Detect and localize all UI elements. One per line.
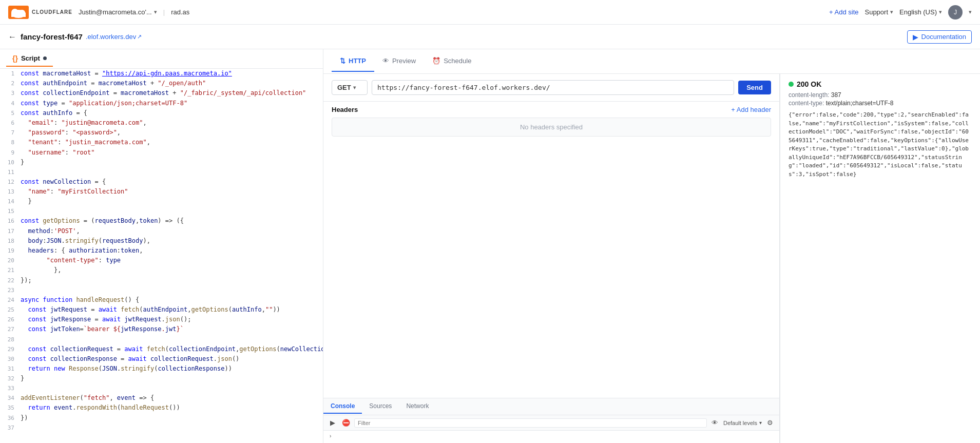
add-site-button[interactable]: + Add site xyxy=(829,8,858,16)
bottom-spacer xyxy=(323,141,779,398)
block-icon: ⛔ xyxy=(342,419,350,427)
main-layout: {} Script 1const macrometaHost = "https:… xyxy=(0,49,980,443)
user-avatar[interactable]: J xyxy=(948,5,963,20)
support-button[interactable]: Support ▾ xyxy=(864,8,893,16)
script-tab-label: Script xyxy=(21,54,40,62)
preview-icon: 👁 xyxy=(382,57,389,65)
code-line: 22}); xyxy=(0,276,323,285)
language-switcher[interactable]: English (US) ▾ xyxy=(899,8,942,16)
script-tab-dot xyxy=(43,56,47,60)
code-line: 3const collectionEndpoint = macrometaHos… xyxy=(0,88,323,98)
code-line: 14 } xyxy=(0,197,323,206)
headers-section: Headers + Add header No headers specifie… xyxy=(323,102,779,141)
content-type-row: content-type: text/plain;charset=UTF-8 xyxy=(789,100,972,107)
doc-label: Documentation xyxy=(921,33,966,41)
editor-panel: {} Script 1const macrometaHost = "https:… xyxy=(0,49,323,443)
console-toolbar: ▶ ⛔ 👁 Default levels ▾ ⚙ xyxy=(323,415,779,431)
send-button[interactable]: Send xyxy=(738,81,771,94)
content-type-label: content-type: xyxy=(789,100,824,107)
eye-icon: 👁 xyxy=(712,419,718,427)
console-filter-input[interactable] xyxy=(354,418,707,428)
navbar-separator: | xyxy=(163,8,165,16)
no-headers-placeholder: No headers specified xyxy=(332,118,771,137)
eye-button[interactable]: 👁 xyxy=(710,418,720,428)
content-type-value: text/plain;charset=UTF-8 xyxy=(826,100,894,107)
url-input[interactable] xyxy=(372,80,734,95)
http-tabs: ⇅ HTTP 👁 Preview ⏰ Schedule xyxy=(323,49,980,74)
code-line: 24async function handleRequest() { xyxy=(0,295,323,305)
script-tab[interactable]: {} Script xyxy=(6,51,53,67)
code-line: 9 "username": "root" xyxy=(0,148,323,158)
documentation-button[interactable]: ▶ Documentation xyxy=(907,30,972,44)
code-line: 10} xyxy=(0,158,323,167)
settings-button[interactable]: ⚙ xyxy=(765,418,775,428)
code-line: 17 method:'POST', xyxy=(0,226,323,236)
code-line: 29 const collectionRequest = await fetch… xyxy=(0,344,323,354)
status-dot xyxy=(789,82,794,87)
cloudflare-text: CLOUDFLARE xyxy=(32,9,72,15)
code-line: 32} xyxy=(0,374,323,383)
console-tabs: Console Sources Network xyxy=(323,398,779,415)
right-panel: ⇅ HTTP 👁 Preview ⏰ Schedule GET xyxy=(323,49,980,443)
sources-tab[interactable]: Sources xyxy=(362,399,399,414)
code-line: 23 xyxy=(0,285,323,295)
code-line: 28 xyxy=(0,335,323,344)
code-line: 27 const jwtToken=`bearer ${jwtResponse.… xyxy=(0,324,323,334)
code-line: 4const type = "application/json;charset=… xyxy=(0,99,323,108)
code-line: 18 body:JSON.stringify(requestBody), xyxy=(0,236,323,246)
code-line: 13 "name": "myFirstCollection" xyxy=(0,187,323,197)
schedule-tab-label: Schedule xyxy=(444,57,471,65)
console-chevron[interactable]: › xyxy=(328,432,333,440)
account-switcher[interactable]: Justin@macrometa.co'... ▾ xyxy=(79,8,157,16)
request-row: GET ▾ Send xyxy=(332,80,771,95)
code-line: 7 "password": "<password>", xyxy=(0,128,323,138)
svg-rect-4 xyxy=(11,13,26,17)
network-tab[interactable]: Network xyxy=(399,399,436,414)
block-button[interactable]: ⛔ xyxy=(341,418,351,428)
preview-tab[interactable]: 👁 Preview xyxy=(374,51,424,72)
headers-title-row: Headers + Add header xyxy=(332,106,771,113)
schedule-icon: ⏰ xyxy=(432,57,440,65)
method-value: GET xyxy=(337,84,351,91)
support-chevron: ▾ xyxy=(890,9,893,15)
doc-icon: ▶ xyxy=(913,33,918,41)
code-line: 12const newCollection = { xyxy=(0,177,323,187)
response-status: 200 OK xyxy=(789,80,972,88)
avatar-chevron: ▾ xyxy=(969,9,972,15)
zone-name: rad.as xyxy=(171,8,189,16)
code-line: 30 const collectionResponse = await coll… xyxy=(0,354,323,364)
script-tab-icon: {} xyxy=(12,54,18,63)
external-link-icon[interactable]: ↗ xyxy=(137,33,142,40)
secondary-header: ← fancy-forest-f647 .elof.workers.dev ↗ … xyxy=(0,25,980,49)
response-meta: content-length: 387 content-type: text/p… xyxy=(789,91,972,107)
method-select[interactable]: GET ▾ xyxy=(332,80,368,95)
console-tab[interactable]: Console xyxy=(323,399,362,414)
response-panel: 200 OK content-length: 387 content-type:… xyxy=(780,74,980,443)
http-tab[interactable]: ⇅ HTTP xyxy=(332,51,374,72)
response-body: {"error":false,"code":200,"type":2,"sear… xyxy=(789,111,972,179)
default-levels-dropdown[interactable]: Default levels ▾ xyxy=(723,420,762,426)
request-panel: GET ▾ Send Headers + Add header xyxy=(323,74,780,443)
code-line: 6 "email": "justin@macrometa.com", xyxy=(0,118,323,128)
settings-icon: ⚙ xyxy=(767,419,773,427)
add-header-button[interactable]: + Add header xyxy=(731,106,771,113)
code-line: 35 return event.respondWith(handleReques… xyxy=(0,403,323,413)
schedule-tab[interactable]: ⏰ Schedule xyxy=(424,51,479,72)
code-line: 8 "tenant": "justin_macrometa.com", xyxy=(0,138,323,147)
back-button[interactable]: ← xyxy=(8,32,16,42)
levels-chevron: ▾ xyxy=(759,420,762,426)
method-chevron: ▾ xyxy=(353,85,356,90)
navbar: CLOUDFLARE Justin@macrometa.co'... ▾ | r… xyxy=(0,0,980,25)
play-button[interactable]: ▶ xyxy=(328,418,338,428)
editor-tabs: {} Script xyxy=(0,49,323,69)
code-line: 15 xyxy=(0,206,323,216)
code-editor[interactable]: 1const macrometaHost = "https://api-gdn.… xyxy=(0,69,323,443)
code-line: 11 xyxy=(0,167,323,177)
code-line: 2const authEndpoint = macrometaHost + "/… xyxy=(0,79,323,88)
code-line: 21 }, xyxy=(0,265,323,275)
status-text: 200 OK xyxy=(797,80,821,88)
worker-domain[interactable]: .elof.workers.dev xyxy=(86,33,136,41)
play-icon: ▶ xyxy=(330,419,335,427)
code-line: 31 return new Response(JSON.stringify(co… xyxy=(0,364,323,374)
content-length-label: content-length: xyxy=(789,91,829,99)
